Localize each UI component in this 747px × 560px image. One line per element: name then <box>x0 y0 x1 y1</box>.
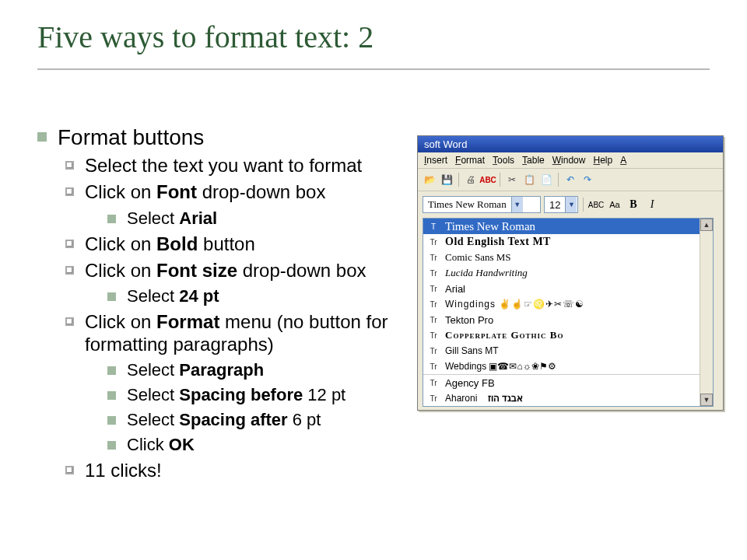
font-option-label: Times New Roman <box>445 220 535 233</box>
slide-title: Five ways to format text: 2 <box>37 19 374 55</box>
bullet-l2: Click on Font drop-down box <box>65 181 411 203</box>
font-option[interactable]: TTimes New Roman <box>423 219 713 234</box>
bullet-l3: Select Spacing before 12 pt <box>107 385 411 405</box>
bullet-text: Click on Format menu (no button for form… <box>85 311 411 355</box>
paste-icon[interactable]: 📄 <box>539 173 553 187</box>
bullet-l2: Click on Font size drop-down box <box>65 260 411 282</box>
word-titlebar: soft Word <box>418 136 723 152</box>
square-bullet-icon <box>107 441 116 450</box>
font-option[interactable]: TrWingdings ✌☝☞♌✈✂☏☯ <box>423 296 713 312</box>
hollow-bullet-icon <box>65 317 74 326</box>
truetype-icon: Tr <box>428 238 439 247</box>
truetype-icon: Tr <box>428 394 439 403</box>
save-icon[interactable]: 💾 <box>440 173 454 187</box>
open-icon[interactable]: 📂 <box>423 173 437 187</box>
scroll-up-icon[interactable]: ▲ <box>700 219 713 231</box>
font-sample: אבגד הוז <box>488 393 523 404</box>
word-menubar: InsertFormatToolsTableWindowHelpA <box>418 152 723 169</box>
square-bullet-icon <box>107 292 116 301</box>
font-dropdown-list[interactable]: TTimes New RomanTrOld English Text MTTrC… <box>423 218 714 407</box>
bullet-text: Select Paragraph <box>127 360 264 380</box>
bullet-l2: Select the text you want to format <box>65 155 411 177</box>
font-option[interactable]: TrGill Sans MT <box>423 343 713 359</box>
menu-table[interactable]: Table <box>522 155 545 166</box>
square-bullet-icon <box>107 366 116 375</box>
menu-window[interactable]: Window <box>552 155 586 166</box>
bullet-text: Click OK <box>127 435 195 455</box>
menu-a[interactable]: A <box>620 155 626 166</box>
hollow-bullet-icon <box>65 187 74 196</box>
hollow-bullet-icon <box>65 266 74 275</box>
bullet-l3: Select Arial <box>107 208 411 229</box>
menu-insert[interactable]: Insert <box>424 155 447 166</box>
bullet-l3: Click OK <box>107 435 411 455</box>
scroll-track[interactable] <box>701 231 712 394</box>
italic-button[interactable]: I <box>644 197 660 212</box>
print-icon[interactable]: 🖨 <box>464 173 478 187</box>
bullet-l2: 11 clicks! <box>65 460 411 481</box>
hollow-bullet-icon <box>65 240 74 248</box>
bullet-text: Click on Bold button <box>85 233 255 255</box>
chevron-down-icon[interactable]: ▼ <box>565 197 577 212</box>
square-bullet-icon <box>37 132 47 142</box>
menu-format[interactable]: Format <box>455 155 485 166</box>
font-option-label: Agency FB <box>445 377 495 389</box>
copy-icon[interactable]: 📋 <box>522 173 536 187</box>
truetype-icon: Tr <box>428 316 439 324</box>
font-option-label: Aharoni <box>445 393 477 404</box>
font-option-label: Lucida Handwriting <box>445 267 528 279</box>
font-size-value: 12 <box>545 199 565 211</box>
truetype-icon: Tr <box>428 269 439 278</box>
bullet-text: Select the text you want to format <box>85 155 362 177</box>
bullet-l3: Select 24 pt <box>107 286 411 306</box>
font-size-combo[interactable]: 12 ▼ <box>544 196 578 213</box>
bullet-text: Click on Font size drop-down box <box>85 260 366 282</box>
hollow-bullet-icon <box>65 466 74 474</box>
font-option-label: Webdings ▣☎✉⌂☼❀⚑⚙ <box>445 361 556 372</box>
slide-content: Format buttons Select the text you want … <box>37 124 411 486</box>
font-name-combo[interactable]: Times New Roman ▼ <box>423 196 541 213</box>
font-option[interactable]: TrCopperplate Gothic Bo <box>423 327 713 343</box>
chevron-down-icon[interactable]: ▼ <box>511 197 523 212</box>
font-option[interactable]: TrWebdings ▣☎✉⌂☼❀⚑⚙ <box>423 359 713 375</box>
scroll-down-icon[interactable]: ▼ <box>700 394 713 406</box>
font-option-label: Old English Text MT <box>445 236 551 248</box>
bullet-l3: Select Spacing after 6 pt <box>107 410 411 430</box>
truetype-icon: Tr <box>428 254 439 262</box>
font-option[interactable]: TrAgency FB <box>423 375 713 390</box>
bullet-text: Format buttons <box>58 124 204 150</box>
menu-tools[interactable]: Tools <box>493 155 514 166</box>
spellcheck-icon[interactable]: ABC <box>481 173 495 187</box>
font-option[interactable]: TrAharoniאבגד הוז <box>423 390 713 406</box>
truetype-icon: Tr <box>428 285 439 293</box>
menu-help[interactable]: Help <box>593 155 612 166</box>
truetype-icon: Tr <box>428 379 439 387</box>
font-option-label: Tekton Pro <box>445 314 493 326</box>
bullet-text: 11 clicks! <box>85 460 162 481</box>
bullet-text: Select 24 pt <box>127 286 219 306</box>
bold-button[interactable]: B <box>626 197 641 212</box>
cut-icon[interactable]: ✂ <box>505 173 519 187</box>
font-option[interactable]: TrTekton Pro <box>423 312 713 327</box>
font-option[interactable]: TrComic Sans MS <box>423 250 713 265</box>
bullet-l3: Select Paragraph <box>107 360 411 380</box>
bullet-text: Select Spacing after 6 pt <box>127 410 321 430</box>
case-button[interactable]: ABC <box>588 197 604 212</box>
scrollbar[interactable]: ▲ ▼ <box>700 219 713 406</box>
font-option-label: Arial <box>445 283 465 295</box>
font-option-label: Copperplate Gothic Bo <box>445 329 564 341</box>
font-option[interactable]: TrOld English Text MT <box>423 234 713 250</box>
bullet-l2: Click on Format menu (no button for form… <box>65 311 411 355</box>
font-option[interactable]: TrLucida Handwriting <box>423 265 713 281</box>
truetype-icon: Tr <box>428 362 439 371</box>
font-option[interactable]: TrArial <box>423 281 713 296</box>
redo-icon[interactable]: ↷ <box>580 173 594 187</box>
word-screenshot: soft Word InsertFormatToolsTableWindowHe… <box>417 135 724 411</box>
undo-icon[interactable]: ↶ <box>563 173 577 187</box>
bullet-l1: Format buttons <box>37 124 411 150</box>
truetype-icon: Tr <box>428 300 439 309</box>
font-name-value: Times New Roman <box>423 198 511 211</box>
font-option-label: Comic Sans MS <box>445 251 511 264</box>
change-case-button[interactable]: Aa <box>607 197 622 212</box>
truetype-icon: T <box>428 222 439 231</box>
